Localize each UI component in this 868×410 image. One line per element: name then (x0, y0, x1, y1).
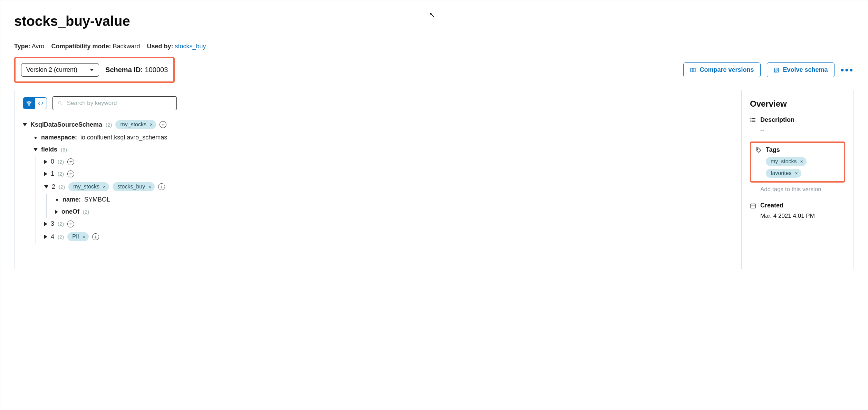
oneof-count: (2) (83, 209, 89, 215)
add-tag-button[interactable]: + (67, 221, 74, 227)
compare-icon (690, 67, 696, 73)
type-value: Avro (32, 43, 45, 50)
field-row[interactable]: 2 (2) my_stocks × stocks_buy × + (44, 180, 733, 194)
tree-icon (26, 100, 32, 106)
tree-root-count: (2) (106, 122, 112, 128)
tags-hint[interactable]: Add tags to this version (750, 186, 845, 193)
created-section: Created Mar. 4 2021 4:01 PM (750, 202, 845, 219)
calendar-icon (750, 203, 756, 209)
tag-chip[interactable]: PII × (67, 232, 89, 241)
collapse-icon (44, 235, 47, 239)
version-select-label: Version 2 (current) (26, 66, 77, 74)
search-box[interactable] (52, 96, 177, 110)
field-name-label: name: (62, 196, 81, 203)
tag-chip[interactable]: stocks_buy × (113, 182, 155, 191)
field-name-value: SYMBOL (84, 196, 110, 203)
collapse-icon (44, 222, 47, 226)
tree-root[interactable]: KsqlDataSourceSchema (2) my_stocks × + (23, 118, 733, 131)
add-tag-button[interactable]: + (160, 121, 166, 128)
usedby-link[interactable]: stocks_buy (175, 43, 206, 50)
field-name: 0 (51, 158, 54, 165)
tag-chip-label: my_stocks (73, 184, 99, 190)
svg-point-13 (757, 148, 758, 149)
mouse-cursor-icon: ↖ (429, 10, 435, 19)
collapse-icon (44, 172, 47, 176)
field-row[interactable]: 0 (2) + (44, 156, 733, 168)
tags-label: Tags (766, 146, 780, 154)
field-oneof-row[interactable]: oneOf (2) (55, 206, 733, 218)
tree-view-tab[interactable] (23, 98, 35, 109)
field-count: (2) (58, 221, 64, 227)
type-label: Type: (14, 43, 30, 50)
oneof-label: oneOf (61, 208, 79, 215)
tag-chip[interactable]: my_stocks × (115, 120, 156, 129)
svg-point-11 (751, 120, 751, 120)
collapse-icon (55, 210, 58, 214)
bullet-icon (56, 199, 58, 201)
compat-value: Backward (113, 43, 140, 50)
bullet-icon (35, 137, 37, 139)
svg-rect-1 (693, 68, 695, 72)
created-label: Created (760, 202, 783, 209)
tag-chip[interactable]: my_stocks × (766, 157, 807, 166)
tree-root-label: KsqlDataSourceSchema (30, 121, 102, 128)
tag-chip-label: stocks_buy (117, 184, 145, 190)
usedby-label: Used by: (147, 43, 173, 50)
tree-namespace: namespace: io.confluent.ksql.avro_schema… (33, 131, 733, 144)
svg-rect-14 (751, 204, 755, 208)
tag-chip[interactable]: favorites × (766, 169, 801, 178)
remove-tag-icon[interactable]: × (81, 234, 87, 240)
add-tag-button[interactable]: + (158, 183, 165, 190)
expand-icon (23, 123, 27, 126)
field-row[interactable]: 3 (2) + (44, 218, 733, 230)
remove-tag-icon[interactable]: × (793, 170, 799, 176)
list-icon (750, 117, 756, 123)
description-value: -- (750, 127, 845, 134)
chevron-down-icon (90, 69, 94, 71)
remove-tag-icon[interactable]: × (102, 184, 107, 189)
field-name: 4 (51, 233, 54, 241)
evolve-schema-button[interactable]: Evolve schema (767, 62, 835, 77)
add-tag-button[interactable]: + (67, 170, 74, 177)
compare-versions-button[interactable]: Compare versions (683, 62, 760, 77)
remove-tag-icon[interactable]: × (799, 159, 804, 164)
compat-label: Compatibility mode: (51, 43, 111, 50)
tag-chip-label: favorites (771, 170, 791, 176)
field-count: (2) (59, 184, 65, 190)
field-row[interactable]: 4 (2) PII × + (44, 230, 733, 244)
remove-tag-icon[interactable]: × (147, 184, 153, 189)
svg-point-12 (751, 121, 751, 122)
tag-chip-label: my_stocks (771, 158, 797, 165)
view-toggle[interactable] (23, 97, 47, 109)
tree-fields[interactable]: fields (6) (33, 144, 733, 156)
code-view-tab[interactable] (35, 98, 47, 109)
remove-tag-icon[interactable]: × (148, 122, 154, 127)
field-row[interactable]: 1 (2) + (44, 168, 733, 180)
edit-icon (773, 67, 780, 73)
add-tag-button[interactable]: + (92, 233, 99, 240)
schema-id-value: 100003 (145, 66, 168, 74)
svg-rect-3 (27, 101, 28, 102)
tag-chip-label: PII (72, 234, 79, 240)
expand-icon (44, 185, 48, 188)
tag-chip-label: my_stocks (120, 121, 146, 128)
more-actions-button[interactable]: ••• (841, 65, 854, 75)
svg-rect-4 (30, 101, 31, 102)
svg-point-10 (751, 118, 751, 119)
namespace-value: io.confluent.ksql.avro_schemas (80, 134, 167, 141)
version-select[interactable]: Version 2 (current) (21, 63, 99, 77)
search-input[interactable] (66, 99, 172, 107)
namespace-label: namespace: (41, 134, 77, 141)
field-count: (2) (58, 234, 64, 240)
field-name: 3 (51, 220, 54, 227)
tag-chip[interactable]: my_stocks × (68, 182, 109, 191)
svg-point-6 (58, 101, 61, 104)
field-name-row: name: SYMBOL (55, 194, 733, 206)
svg-rect-2 (774, 68, 779, 72)
evolve-schema-label: Evolve schema (783, 66, 828, 74)
add-tag-button[interactable]: + (67, 158, 74, 165)
collapse-icon (44, 160, 47, 164)
schema-meta-row: Type: Avro Compatibility mode: Backward … (14, 43, 854, 50)
tag-icon (755, 147, 762, 153)
expand-icon (33, 148, 38, 151)
